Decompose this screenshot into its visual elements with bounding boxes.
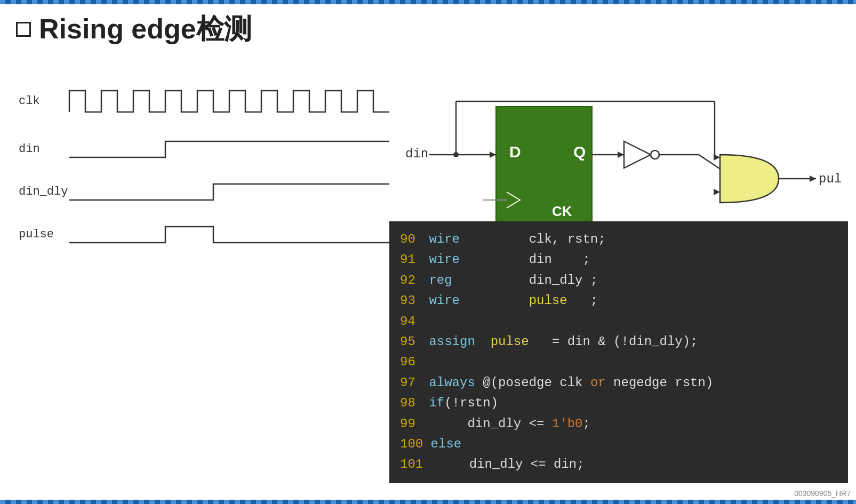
code-line-94: 94 <box>400 311 837 332</box>
top-border <box>0 0 856 4</box>
code-line-90: 90 wire clk, rstn; <box>400 229 837 250</box>
code-line-91: 91 wire din ; <box>400 250 837 270</box>
code-block: 90 wire clk, rstn; 91 wire din ; 92 reg … <box>389 221 848 483</box>
svg-point-17 <box>651 150 659 159</box>
svg-text:pulse: pulse <box>819 172 843 186</box>
svg-rect-4 <box>496 107 592 224</box>
svg-text:din: din <box>405 147 428 161</box>
svg-text:D: D <box>509 143 521 161</box>
page-title: Rising edge检测 <box>39 11 252 48</box>
svg-marker-24 <box>714 189 720 195</box>
svg-text:pulse: pulse <box>19 228 54 241</box>
svg-text:clk: clk <box>19 94 40 108</box>
code-line-92: 92 reg din_dly ; <box>400 270 837 291</box>
code-line-98: 98 if(!rstn) <box>400 393 837 413</box>
title-area: Rising edge检测 <box>16 11 252 48</box>
svg-text:din_dly: din_dly <box>19 185 68 198</box>
svg-marker-13 <box>490 151 496 158</box>
svg-marker-23 <box>714 154 720 161</box>
svg-marker-16 <box>624 141 651 168</box>
title-checkbox-icon <box>16 22 31 37</box>
svg-marker-15 <box>618 151 624 158</box>
waveform-area: clk din din_dly pulse <box>16 64 405 258</box>
code-line-96: 96 <box>400 352 837 372</box>
code-line-97: 97 always @(posedge clk or negedge rstn) <box>400 373 837 393</box>
watermark: 003090905_HR7 <box>794 489 851 498</box>
code-line-100: 100 else <box>400 434 837 454</box>
waveform-svg: clk din din_dly pulse <box>16 64 405 256</box>
svg-text:CK: CK <box>552 203 572 219</box>
bottom-border <box>0 500 856 504</box>
code-line-99: 99 din_dly <= 1'b0; <box>400 414 837 434</box>
svg-marker-26 <box>810 175 816 182</box>
code-line-101: 101 din_dly <= din; <box>400 454 837 475</box>
svg-text:din: din <box>19 142 40 156</box>
code-line-93: 93 wire pulse ; <box>400 291 837 311</box>
svg-text:Q: Q <box>573 143 586 161</box>
code-line-95: 95 assign pulse = din & (!din_dly); <box>400 332 837 352</box>
